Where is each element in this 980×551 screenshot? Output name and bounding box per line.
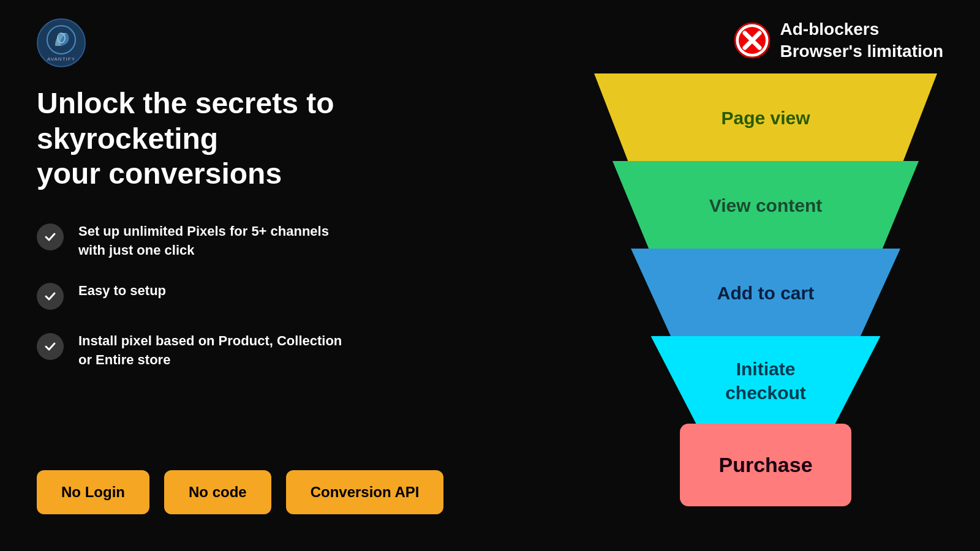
funnel-label-initiate-checkout: Initiatecheckout xyxy=(725,357,806,405)
features-list: Set up unlimited Pixels for 5+ channelsw… xyxy=(37,222,466,370)
check-icon-2 xyxy=(37,283,64,310)
feature-text-1: Set up unlimited Pixels for 5+ channelsw… xyxy=(78,222,329,260)
feature-text-2: Easy to setup xyxy=(78,282,166,301)
funnel-segment-initiate-checkout: Initiatecheckout xyxy=(651,336,881,425)
feature-item-1: Set up unlimited Pixels for 5+ channelsw… xyxy=(37,222,466,260)
bottom-buttons: No Login No code Conversion API xyxy=(37,470,443,514)
feature-text-3: Install pixel based on Product, Collecti… xyxy=(78,332,342,370)
feature-item-3: Install pixel based on Product, Collecti… xyxy=(37,332,466,370)
funnel-segment-view-content: View content xyxy=(612,161,919,250)
ad-blocker-text: Ad-blockers Browser's limitation xyxy=(780,18,944,63)
ad-blocker-icon xyxy=(734,22,771,59)
no-login-button[interactable]: No Login xyxy=(37,470,149,514)
check-icon-1 xyxy=(37,223,64,250)
feature-item-2: Easy to setup xyxy=(37,282,466,310)
logo: AVANTIFY xyxy=(37,18,86,67)
conversion-api-button[interactable]: Conversion API xyxy=(286,470,444,514)
funnel-label-purchase: Purchase xyxy=(718,451,812,478)
funnel-chart: Page view View content Add to cart Initi… xyxy=(588,73,943,514)
funnel-label-page-view: Page view xyxy=(721,106,810,130)
main-heading: Unlock the secrets to skyrocketing your … xyxy=(37,86,466,192)
check-icon-3 xyxy=(37,333,64,360)
left-content: Unlock the secrets to skyrocketing your … xyxy=(37,86,466,370)
no-code-button[interactable]: No code xyxy=(164,470,271,514)
funnel-wrapper: Page view View content Add to cart Initi… xyxy=(588,73,943,514)
funnel-label-add-to-cart: Add to cart xyxy=(717,281,814,305)
ad-blocker-notice: Ad-blockers Browser's limitation xyxy=(734,18,944,63)
funnel-label-view-content: View content xyxy=(709,193,822,217)
funnel-segment-purchase: Purchase xyxy=(680,424,851,506)
funnel-segment-page-view: Page view xyxy=(594,73,937,162)
logo-label: AVANTIFY xyxy=(47,56,75,62)
funnel-segment-add-to-cart: Add to cart xyxy=(631,249,900,337)
